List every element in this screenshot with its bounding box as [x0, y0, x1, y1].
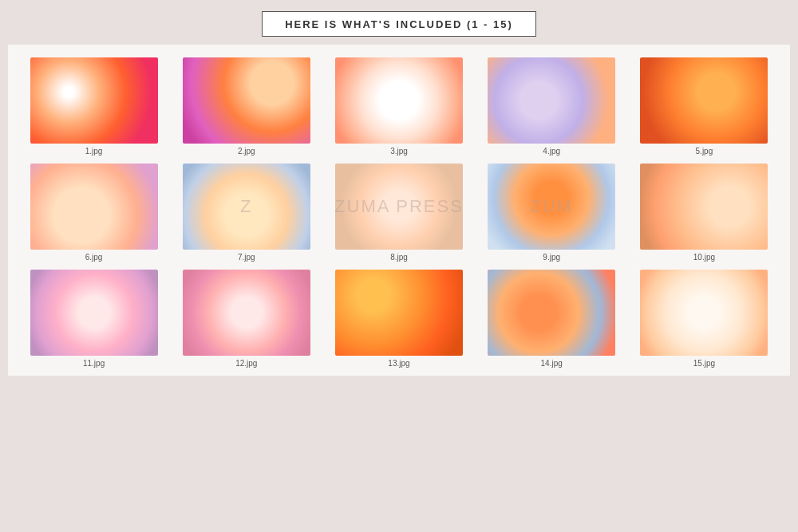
image-label: 15.jpg: [693, 359, 715, 368]
main-content: 1.jpg2.jpg3.jpg4.jpg5.jpg6.jpgZ7.jpgZUMA…: [8, 45, 790, 376]
image-thumbnail[interactable]: [30, 270, 158, 356]
list-item: 13.jpg: [329, 270, 468, 368]
image-label: 6.jpg: [85, 253, 103, 262]
image-thumbnail[interactable]: [640, 57, 768, 144]
image-label: 10.jpg: [693, 253, 715, 262]
image-thumbnail[interactable]: [183, 270, 310, 356]
image-thumbnail[interactable]: [488, 270, 615, 356]
image-label: 4.jpg: [543, 147, 560, 156]
list-item: Z7.jpg: [176, 164, 316, 262]
image-thumbnail[interactable]: [335, 270, 463, 356]
list-item: 6.jpg: [24, 164, 164, 262]
image-thumbnail[interactable]: [488, 57, 615, 144]
list-item: 15.jpg: [634, 270, 774, 368]
list-item: 11.jpg: [24, 270, 164, 368]
image-thumbnail[interactable]: [335, 57, 463, 144]
header-title: HERE IS WHAT'S INCLUDED (1 - 15): [285, 18, 513, 30]
image-thumbnail[interactable]: [30, 57, 158, 144]
image-label: 5.jpg: [696, 147, 713, 156]
image-label: 11.jpg: [83, 359, 105, 368]
list-item: 1.jpg: [24, 57, 164, 156]
list-item: 14.jpg: [482, 270, 622, 368]
list-item: 10.jpg: [634, 164, 774, 262]
image-grid: 1.jpg2.jpg3.jpg4.jpg5.jpg6.jpgZ7.jpgZUMA…: [24, 57, 774, 368]
list-item: 3.jpg: [329, 57, 468, 156]
image-thumbnail[interactable]: ZUM: [488, 164, 615, 250]
list-item: 12.jpg: [176, 270, 316, 368]
list-item: 5.jpg: [634, 57, 774, 156]
image-label: 14.jpg: [541, 359, 563, 368]
image-thumbnail[interactable]: [30, 164, 158, 250]
image-thumbnail[interactable]: Z: [183, 164, 310, 250]
image-thumbnail[interactable]: [640, 164, 768, 250]
image-label: 13.jpg: [388, 359, 409, 368]
header: HERE IS WHAT'S INCLUDED (1 - 15): [0, 0, 798, 45]
image-label: 1.jpg: [85, 147, 103, 156]
image-thumbnail[interactable]: ZUMA PRESS: [335, 164, 463, 250]
list-item: ZUMA PRESS8.jpg: [329, 164, 468, 262]
list-item: ZUM9.jpg: [482, 164, 622, 262]
image-label: 3.jpg: [390, 147, 408, 156]
image-label: 8.jpg: [390, 253, 408, 262]
image-label: 7.jpg: [238, 253, 255, 262]
image-thumbnail[interactable]: [183, 57, 310, 144]
image-label: 12.jpg: [235, 359, 257, 368]
image-label: 9.jpg: [543, 253, 560, 262]
list-item: 4.jpg: [482, 57, 622, 156]
header-box: HERE IS WHAT'S INCLUDED (1 - 15): [262, 11, 536, 37]
list-item: 2.jpg: [176, 57, 316, 156]
image-thumbnail[interactable]: [640, 270, 768, 356]
image-label: 2.jpg: [238, 147, 255, 156]
